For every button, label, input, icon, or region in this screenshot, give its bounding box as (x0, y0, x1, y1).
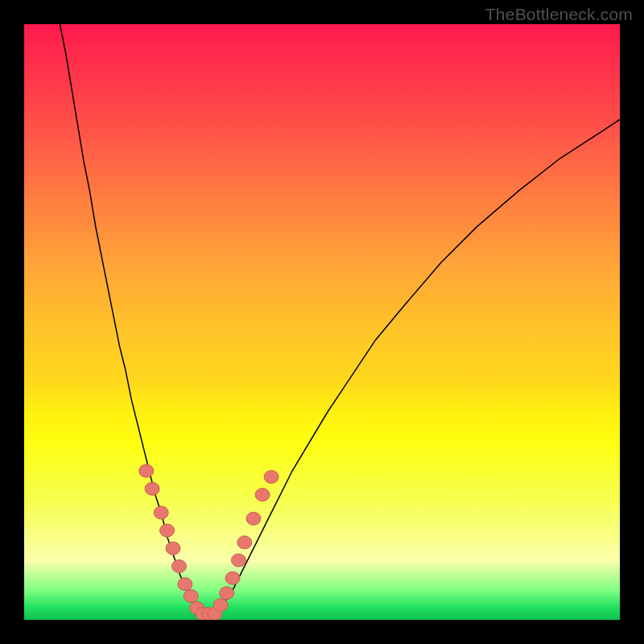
watermark-text: TheBottleneck.com (485, 5, 633, 24)
markers-group (139, 464, 279, 620)
curve-marker (160, 524, 175, 537)
curve-marker (231, 554, 246, 567)
curve-marker (145, 482, 159, 495)
curve-marker (166, 542, 180, 555)
curve-marker (171, 559, 186, 572)
curve-marker (154, 506, 168, 519)
curve-marker (220, 587, 234, 600)
chart-svg (24, 24, 620, 620)
curve-marker (225, 572, 240, 584)
left-curve (60, 24, 203, 614)
curve-marker (246, 512, 261, 525)
curve-marker (184, 589, 198, 602)
curve-marker (213, 599, 228, 612)
curve-marker (255, 489, 270, 502)
curve-marker (178, 578, 192, 591)
curve-marker (264, 470, 279, 483)
chart-root: TheBottleneck.com (0, 0, 644, 644)
curve-marker (139, 464, 154, 477)
curve-marker (237, 536, 252, 549)
plot-area (24, 24, 620, 620)
right-curve (215, 119, 620, 613)
